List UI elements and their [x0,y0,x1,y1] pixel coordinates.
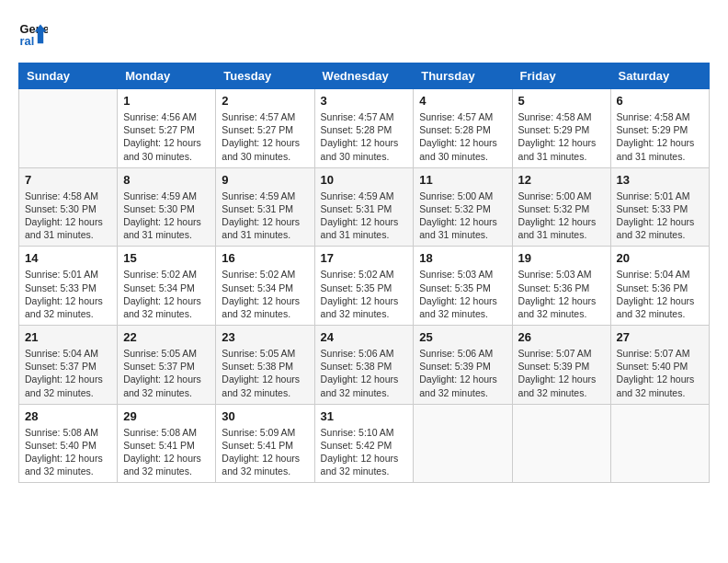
day-info: Sunrise: 5:02 AM Sunset: 5:34 PM Dayligh… [123,268,210,320]
day-number: 26 [518,330,605,344]
week-row-1: 1Sunrise: 4:56 AM Sunset: 5:27 PM Daylig… [19,89,710,168]
day-number: 11 [419,173,506,187]
day-info: Sunrise: 5:03 AM Sunset: 5:35 PM Dayligh… [419,268,506,320]
day-cell [512,404,610,483]
day-info: Sunrise: 4:57 AM Sunset: 5:28 PM Dayligh… [419,110,506,163]
day-cell: 19Sunrise: 5:03 AM Sunset: 5:36 PM Dayli… [512,247,610,326]
day-info: Sunrise: 5:05 AM Sunset: 5:38 PM Dayligh… [222,347,308,399]
day-info: Sunrise: 5:10 AM Sunset: 5:42 PM Dayligh… [321,426,408,478]
day-number: 27 [617,330,703,344]
day-info: Sunrise: 4:56 AM Sunset: 5:27 PM Dayligh… [123,110,210,163]
day-number: 22 [123,330,210,344]
day-number: 30 [222,409,308,423]
day-number: 10 [321,173,408,187]
day-cell [414,404,512,483]
day-number: 31 [321,409,408,423]
day-cell: 8Sunrise: 4:59 AM Sunset: 5:30 PM Daylig… [118,167,216,247]
day-info: Sunrise: 5:05 AM Sunset: 5:37 PM Dayligh… [123,347,210,399]
day-cell: 13Sunrise: 5:01 AM Sunset: 5:33 PM Dayli… [610,167,709,247]
day-info: Sunrise: 5:01 AM Sunset: 5:33 PM Dayligh… [617,190,703,242]
day-number: 25 [419,330,506,344]
day-cell: 1Sunrise: 4:56 AM Sunset: 5:27 PM Daylig… [118,89,216,168]
header-row: SundayMondayTuesdayWednesdayThursdayFrid… [19,63,710,89]
day-number: 17 [321,251,408,265]
day-number: 21 [25,330,111,344]
day-number: 5 [518,94,605,108]
day-cell [19,89,118,168]
day-info: Sunrise: 5:09 AM Sunset: 5:41 PM Dayligh… [222,426,308,478]
day-number: 20 [617,251,703,265]
day-number: 13 [617,173,703,187]
day-cell: 2Sunrise: 4:57 AM Sunset: 5:27 PM Daylig… [216,89,314,168]
day-cell: 17Sunrise: 5:02 AM Sunset: 5:35 PM Dayli… [314,247,414,326]
day-number: 9 [222,173,308,187]
day-info: Sunrise: 5:01 AM Sunset: 5:33 PM Dayligh… [25,268,111,320]
day-cell: 22Sunrise: 5:05 AM Sunset: 5:37 PM Dayli… [118,326,216,405]
day-cell: 18Sunrise: 5:03 AM Sunset: 5:35 PM Dayli… [414,247,512,326]
day-number: 28 [25,409,111,423]
day-info: Sunrise: 5:00 AM Sunset: 5:32 PM Dayligh… [518,190,605,242]
day-info: Sunrise: 4:58 AM Sunset: 5:30 PM Dayligh… [25,190,111,242]
week-row-5: 28Sunrise: 5:08 AM Sunset: 5:40 PM Dayli… [19,404,710,483]
day-number: 15 [123,251,210,265]
logo-icon: Gene ral [18,18,48,48]
day-number: 8 [123,173,210,187]
day-number: 6 [617,94,703,108]
day-number: 19 [518,251,605,265]
day-cell: 12Sunrise: 5:00 AM Sunset: 5:32 PM Dayli… [512,167,610,247]
day-info: Sunrise: 5:02 AM Sunset: 5:34 PM Dayligh… [222,268,308,320]
day-cell: 25Sunrise: 5:06 AM Sunset: 5:39 PM Dayli… [414,326,512,405]
day-info: Sunrise: 4:57 AM Sunset: 5:27 PM Dayligh… [222,110,308,163]
logo: Gene ral [18,18,51,48]
day-cell: 6Sunrise: 4:58 AM Sunset: 5:29 PM Daylig… [610,89,709,168]
week-row-3: 14Sunrise: 5:01 AM Sunset: 5:33 PM Dayli… [19,247,710,326]
day-info: Sunrise: 5:02 AM Sunset: 5:35 PM Dayligh… [321,268,408,320]
day-number: 7 [25,173,111,187]
day-cell: 27Sunrise: 5:07 AM Sunset: 5:40 PM Dayli… [610,326,709,405]
day-info: Sunrise: 5:03 AM Sunset: 5:36 PM Dayligh… [518,268,605,320]
header-thursday: Thursday [414,63,512,89]
day-number: 14 [25,251,111,265]
week-row-2: 7Sunrise: 4:58 AM Sunset: 5:30 PM Daylig… [19,167,710,247]
day-info: Sunrise: 5:00 AM Sunset: 5:32 PM Dayligh… [419,190,506,242]
day-cell: 4Sunrise: 4:57 AM Sunset: 5:28 PM Daylig… [414,89,512,168]
header-sunday: Sunday [19,63,118,89]
day-number: 18 [419,251,506,265]
day-number: 23 [222,330,308,344]
day-cell: 9Sunrise: 4:59 AM Sunset: 5:31 PM Daylig… [216,167,314,247]
day-cell: 30Sunrise: 5:09 AM Sunset: 5:41 PM Dayli… [216,404,314,483]
day-cell: 28Sunrise: 5:08 AM Sunset: 5:40 PM Dayli… [19,404,118,483]
header-tuesday: Tuesday [216,63,314,89]
svg-text:ral: ral [20,34,35,48]
day-info: Sunrise: 5:07 AM Sunset: 5:39 PM Dayligh… [518,347,605,399]
day-cell: 20Sunrise: 5:04 AM Sunset: 5:36 PM Dayli… [610,247,709,326]
day-cell [610,404,709,483]
day-cell: 5Sunrise: 4:58 AM Sunset: 5:29 PM Daylig… [512,89,610,168]
day-cell: 3Sunrise: 4:57 AM Sunset: 5:28 PM Daylig… [314,89,414,168]
day-number: 3 [321,94,408,108]
header-friday: Friday [512,63,610,89]
day-number: 1 [123,94,210,108]
day-number: 16 [222,251,308,265]
day-number: 29 [123,409,210,423]
day-number: 12 [518,173,605,187]
day-info: Sunrise: 5:06 AM Sunset: 5:38 PM Dayligh… [321,347,408,399]
day-info: Sunrise: 4:58 AM Sunset: 5:29 PM Dayligh… [518,110,605,163]
day-info: Sunrise: 5:08 AM Sunset: 5:41 PM Dayligh… [123,426,210,478]
day-info: Sunrise: 4:59 AM Sunset: 5:30 PM Dayligh… [123,190,210,242]
header-wednesday: Wednesday [314,63,414,89]
day-cell: 29Sunrise: 5:08 AM Sunset: 5:41 PM Dayli… [118,404,216,483]
header-monday: Monday [118,63,216,89]
day-cell: 23Sunrise: 5:05 AM Sunset: 5:38 PM Dayli… [216,326,314,405]
header-saturday: Saturday [610,63,709,89]
day-cell: 11Sunrise: 5:00 AM Sunset: 5:32 PM Dayli… [414,167,512,247]
day-info: Sunrise: 5:08 AM Sunset: 5:40 PM Dayligh… [25,426,111,478]
week-row-4: 21Sunrise: 5:04 AM Sunset: 5:37 PM Dayli… [19,326,710,405]
day-info: Sunrise: 4:58 AM Sunset: 5:29 PM Dayligh… [617,110,703,163]
day-info: Sunrise: 4:59 AM Sunset: 5:31 PM Dayligh… [222,190,308,242]
day-number: 2 [222,94,308,108]
day-cell: 10Sunrise: 4:59 AM Sunset: 5:31 PM Dayli… [314,167,414,247]
day-number: 4 [419,94,506,108]
day-cell: 26Sunrise: 5:07 AM Sunset: 5:39 PM Dayli… [512,326,610,405]
day-cell: 14Sunrise: 5:01 AM Sunset: 5:33 PM Dayli… [19,247,118,326]
